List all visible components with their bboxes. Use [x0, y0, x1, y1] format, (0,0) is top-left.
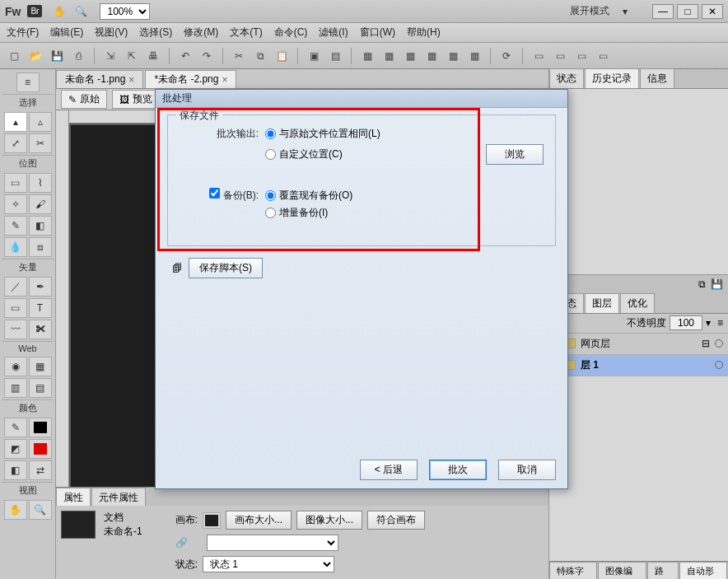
- pointer-tool[interactable]: ▴: [4, 112, 27, 132]
- stroke-color[interactable]: ✎: [4, 418, 27, 437]
- link-icon[interactable]: 🔗: [175, 537, 202, 549]
- stroke-swatch[interactable]: [29, 418, 52, 437]
- image-size-button[interactable]: 图像大小...: [296, 511, 362, 530]
- eraser-tool[interactable]: ◧: [29, 216, 52, 236]
- tab-autoshape[interactable]: 自动形状: [679, 562, 727, 579]
- batch-button[interactable]: 批次: [429, 460, 487, 480]
- rect-tool[interactable]: ▭: [4, 298, 27, 318]
- group-icon[interactable]: ▣: [305, 47, 323, 65]
- open-icon[interactable]: 📂: [26, 47, 44, 65]
- undo-icon[interactable]: ↶: [176, 47, 194, 65]
- rotate-icon[interactable]: ⟳: [497, 47, 516, 65]
- knife-tool[interactable]: ✀: [29, 320, 52, 339]
- paste-icon[interactable]: 📋: [273, 47, 291, 65]
- align6-icon[interactable]: ▦: [465, 47, 483, 65]
- radio-same-location-input[interactable]: [265, 128, 276, 139]
- crop-tool[interactable]: ✂: [29, 133, 52, 153]
- line-tool[interactable]: ／: [4, 277, 27, 297]
- align4-icon[interactable]: ▦: [422, 47, 441, 65]
- copy-icon[interactable]: ⧉: [698, 278, 706, 290]
- menu-select[interactable]: 选择(S): [139, 26, 172, 40]
- tab-info[interactable]: 信息: [640, 68, 674, 88]
- doc-tab-1[interactable]: 未命名 -1.png ×: [56, 70, 143, 88]
- hide-tool[interactable]: ▥: [4, 378, 27, 398]
- wand-tool[interactable]: ✧: [4, 194, 27, 214]
- fill-swatch[interactable]: [29, 439, 52, 459]
- arrange4-icon[interactable]: ▭: [594, 47, 612, 65]
- layer-row-1[interactable]: 层 1: [549, 355, 728, 376]
- state-select[interactable]: 状态 1: [203, 556, 334, 572]
- cut-icon[interactable]: ✂: [230, 47, 248, 65]
- tab-optimize[interactable]: 优化: [620, 293, 655, 313]
- freeform-tool[interactable]: 〰: [4, 320, 27, 339]
- radio-overwrite-backup[interactable]: 覆盖现有备份(O): [265, 189, 352, 203]
- layer-row-web[interactable]: 网页层 ⊟: [549, 334, 728, 355]
- tab-path[interactable]: 路径: [647, 562, 679, 579]
- chevron-down-icon[interactable]: ▾: [618, 4, 632, 19]
- panel-menu-icon[interactable]: ≡: [717, 317, 723, 329]
- visibility-icon[interactable]: [715, 339, 723, 348]
- opacity-input[interactable]: [670, 315, 702, 330]
- arrange1-icon[interactable]: ▭: [530, 47, 548, 65]
- print-icon[interactable]: 🖶: [144, 47, 162, 65]
- scale-tool[interactable]: ⤢: [4, 133, 27, 153]
- subselect-tool[interactable]: ▵: [29, 112, 52, 132]
- save-icon[interactable]: 💾: [711, 278, 723, 290]
- new-icon[interactable]: ▢: [5, 47, 23, 65]
- saveall-icon[interactable]: ⎙: [69, 47, 87, 65]
- tab-image-edit[interactable]: 图像编辑: [598, 562, 646, 579]
- align1-icon[interactable]: ▦: [358, 47, 376, 65]
- zoom-tool[interactable]: 🔍: [29, 500, 52, 520]
- canvas-size-button[interactable]: 画布大小...: [226, 511, 292, 530]
- tab-special-chars[interactable]: 特殊字符: [549, 562, 597, 579]
- radio-same-location[interactable]: 与原始文件位置相同(L): [265, 127, 380, 141]
- zoom-icon[interactable]: 🔍: [73, 4, 88, 19]
- fill-color[interactable]: ◩: [4, 439, 27, 459]
- view-original[interactable]: ✎原始: [61, 90, 107, 109]
- export-icon[interactable]: ⇱: [123, 47, 141, 65]
- import-icon[interactable]: ⇲: [101, 47, 119, 65]
- hotspot-tool[interactable]: ◉: [4, 357, 27, 376]
- view-preview[interactable]: 🖼预览: [112, 90, 160, 109]
- tab-props[interactable]: 属性: [56, 488, 91, 506]
- close-icon[interactable]: ×: [222, 74, 227, 86]
- chevron-down-icon[interactable]: ▾: [706, 317, 711, 329]
- ungroup-icon[interactable]: ▤: [326, 47, 344, 65]
- blur-tool[interactable]: 💧: [4, 237, 27, 257]
- menu-edit[interactable]: 编辑(E): [50, 26, 83, 40]
- pen-tool[interactable]: ✒: [29, 277, 52, 297]
- radio-custom-location-input[interactable]: [265, 149, 276, 160]
- tab-history[interactable]: 历史记录: [585, 68, 639, 88]
- minimize-button[interactable]: —: [652, 4, 674, 19]
- swap-colors[interactable]: ⇄: [29, 460, 52, 480]
- save-icon[interactable]: 💾: [48, 47, 66, 65]
- fit-canvas-button[interactable]: 符合画布: [367, 511, 425, 530]
- doc-tab-2[interactable]: *未命名 -2.png ×: [145, 70, 236, 88]
- zoom-select[interactable]: 100%: [100, 3, 150, 20]
- menu-commands[interactable]: 命令(C): [274, 26, 308, 40]
- slice-tool[interactable]: ▦: [29, 357, 52, 376]
- redo-icon[interactable]: ↷: [198, 47, 216, 65]
- lasso-tool[interactable]: ⌇: [29, 173, 52, 193]
- stamp-tool[interactable]: ⧈: [29, 237, 52, 257]
- menu-window[interactable]: 窗口(W): [360, 26, 395, 40]
- arrange3-icon[interactable]: ▭: [572, 47, 590, 65]
- tab-elem-props[interactable]: 元件属性: [91, 488, 146, 506]
- close-button[interactable]: ✕: [702, 4, 723, 19]
- tab-layers[interactable]: 图层: [585, 293, 619, 313]
- backup-checkbox[interactable]: 备份(B):: [209, 189, 259, 201]
- menu-file[interactable]: 文件(F): [7, 26, 39, 40]
- hand-tool[interactable]: ✋: [4, 500, 27, 520]
- menu-filters[interactable]: 滤镜(I): [319, 26, 348, 40]
- menu-modify[interactable]: 修改(M): [184, 26, 218, 40]
- marquee-tool[interactable]: ▭: [4, 173, 27, 193]
- radio-custom-location[interactable]: 自定义位置(C): [265, 147, 343, 161]
- dialog-title[interactable]: 批处理: [156, 90, 567, 108]
- tab-state[interactable]: 状态: [549, 68, 584, 88]
- arrange2-icon[interactable]: ▭: [551, 47, 569, 65]
- align2-icon[interactable]: ▦: [380, 47, 398, 65]
- radio-incremental-backup-input[interactable]: [265, 208, 276, 218]
- close-icon[interactable]: ×: [128, 74, 134, 86]
- share-icon[interactable]: ⊟: [702, 338, 710, 349]
- brush-tool[interactable]: 🖌: [29, 194, 52, 214]
